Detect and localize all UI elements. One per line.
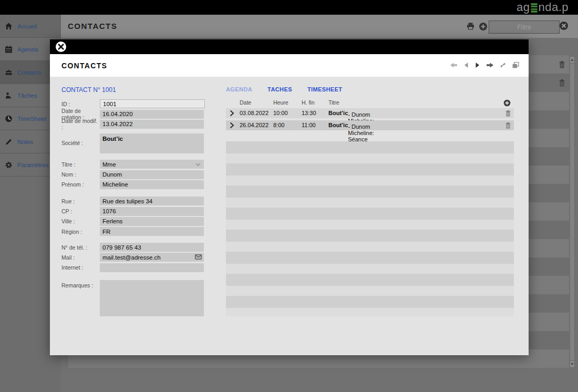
- user-task-icon: [4, 91, 14, 100]
- trash-icon[interactable]: [558, 60, 566, 69]
- sidebar-item-accueil[interactable]: Accueil: [0, 15, 61, 38]
- scroll-down-icon[interactable]: [570, 360, 574, 367]
- cell-hfin: 13:30: [302, 110, 316, 116]
- field-label: Prénom :: [61, 181, 100, 188]
- field-label: Titre :: [61, 161, 100, 168]
- chevron-right-icon[interactable]: [229, 122, 234, 129]
- form-row-telephone: N° de tél. : 079 987 65 43: [61, 242, 209, 252]
- cell-titre: Bout’ic - Dunom Micheline:: [328, 110, 348, 116]
- cell-date: 26.04.2022: [240, 122, 269, 128]
- record-navigation: [450, 61, 520, 69]
- mail-field[interactable]: mail.test@adresse.ch: [100, 253, 204, 262]
- cell-titre: Bout’ic - Dunom Micheline: Séance de mis…: [328, 122, 348, 128]
- field-label: Mail :: [61, 254, 100, 261]
- cell-titre-company: Bout’ic: [328, 122, 348, 128]
- previous-record-icon[interactable]: [463, 61, 469, 69]
- add-appointment-icon[interactable]: [503, 99, 511, 107]
- tab-agenda[interactable]: AGENDA: [226, 86, 252, 92]
- trash-icon[interactable]: [504, 110, 512, 117]
- field-label: CP :: [61, 208, 100, 214]
- logo-stack-icon: [531, 2, 538, 12]
- calendar-icon: [4, 45, 14, 54]
- cell-hfin: 11:00: [302, 122, 316, 128]
- pencil-icon: [4, 138, 14, 146]
- column-header-hfin: H. fin: [302, 99, 315, 106]
- list-scrollbar[interactable]: [570, 56, 575, 368]
- rue-field[interactable]: Rue des tulipes 34: [100, 197, 204, 205]
- next-record-icon[interactable]: [474, 61, 481, 69]
- filter-input[interactable]: [489, 20, 560, 34]
- field-label: ID :: [61, 101, 100, 107]
- field-label: Société :: [61, 133, 100, 146]
- form-row-prenom: Prénom : Micheline: [61, 180, 209, 190]
- clock-icon: [4, 115, 14, 123]
- appointment-row[interactable]: 03.08.2022 10:00 13:30 Bout’ic - Dunom M…: [226, 108, 514, 118]
- home-icon: [4, 22, 14, 30]
- sidebar-item-label: Contacts: [17, 69, 41, 76]
- form-row-ville: Ville : Ferlens: [61, 216, 209, 226]
- prenom-field[interactable]: Micheline: [100, 180, 204, 189]
- form-row-societe: Société : Bout’ic: [61, 133, 209, 154]
- contact-number-link[interactable]: CONTACT N° 1001: [61, 86, 116, 94]
- sidebar-item-label: Accueil: [17, 23, 37, 29]
- titre-select[interactable]: Mme: [100, 160, 204, 169]
- field-label: N° de tél. :: [61, 244, 100, 251]
- field-label: Date de modif. :: [61, 118, 100, 130]
- cell-date: 03.08.2022: [240, 110, 269, 116]
- modal-body: CONTACT N° 1001 ID : 1001 Date de créati…: [50, 77, 529, 355]
- page-header: CONTACTS: [61, 15, 578, 38]
- gear-icon: [4, 161, 14, 169]
- last-record-icon[interactable]: [486, 61, 494, 69]
- mail-value: mail.test@adresse.ch: [102, 254, 161, 261]
- chevron-down-icon: [195, 163, 201, 166]
- sidebar-item-label: Notes: [17, 139, 33, 145]
- column-header-date: Date: [240, 99, 251, 106]
- nom-field[interactable]: Dunom: [100, 170, 204, 179]
- date-modif-field[interactable]: 13.04.2022: [100, 120, 204, 129]
- societe-field[interactable]: Bout’ic: [100, 133, 204, 153]
- duplicate-icon[interactable]: [512, 61, 520, 69]
- add-contact-button[interactable]: [479, 22, 488, 31]
- field-label: Région :: [61, 229, 100, 235]
- modal-title: CONTACTS: [61, 61, 107, 70]
- form-row-date-modif: Date de modif. : 13.04.2022: [61, 119, 209, 129]
- region-field[interactable]: FR: [100, 227, 204, 236]
- empty-appointment-rows: [226, 141, 514, 316]
- expand-icon[interactable]: [499, 61, 507, 69]
- form-row-cp: CP : 1076: [61, 206, 209, 216]
- contact-detail-modal: CONTACTS CONTACT N° 1001: [50, 39, 529, 355]
- remarques-textarea[interactable]: [100, 280, 204, 316]
- modal-close-icon[interactable]: [55, 41, 67, 53]
- envelope-icon[interactable]: [195, 254, 202, 260]
- field-label: Remarques :: [61, 280, 100, 288]
- id-field[interactable]: 1001: [100, 99, 205, 108]
- telephone-field[interactable]: 079 987 65 43: [100, 243, 204, 252]
- chevron-right-icon[interactable]: [229, 110, 234, 117]
- form-row-titre: Titre : Mme: [61, 159, 209, 169]
- cp-field[interactable]: 1076: [100, 207, 204, 216]
- table-header: Date Heure H. fin Titre: [226, 99, 514, 107]
- page-title: CONTACTS: [68, 22, 117, 30]
- ville-field[interactable]: Ferlens: [100, 217, 204, 226]
- trash-icon[interactable]: [504, 122, 512, 129]
- logo-text-prefix: ag: [517, 1, 530, 14]
- date-creation-field[interactable]: 16.04.2020: [100, 110, 204, 119]
- logo-text-suffix: nda.p: [538, 1, 569, 14]
- internet-field[interactable]: [100, 263, 204, 272]
- print-button[interactable]: [466, 22, 475, 30]
- sidebar-item-label: Paramètres: [17, 162, 48, 168]
- users-icon: [4, 68, 14, 77]
- appointments-panel: AGENDA TACHES TIMESHEET Date Heure H. fi…: [226, 77, 514, 355]
- field-label: Rue :: [61, 198, 100, 204]
- panel-tabs: AGENDA TACHES TIMESHEET: [226, 86, 342, 92]
- cell-heure: 10:00: [273, 110, 288, 116]
- appointment-row[interactable]: 26.04.2022 8:00 11:00 Bout’ic - Dunom Mi…: [226, 120, 514, 130]
- tab-taches[interactable]: TACHES: [267, 86, 292, 92]
- first-record-icon[interactable]: [450, 61, 458, 69]
- tab-timesheet[interactable]: TIMESHEET: [307, 86, 343, 92]
- form-row-nom: Nom : Dunom: [61, 169, 209, 179]
- column-header-titre: Titre: [328, 99, 339, 106]
- trash-icon[interactable]: [558, 79, 566, 87]
- scroll-up-icon[interactable]: [570, 57, 574, 64]
- close-list-icon[interactable]: [559, 21, 569, 30]
